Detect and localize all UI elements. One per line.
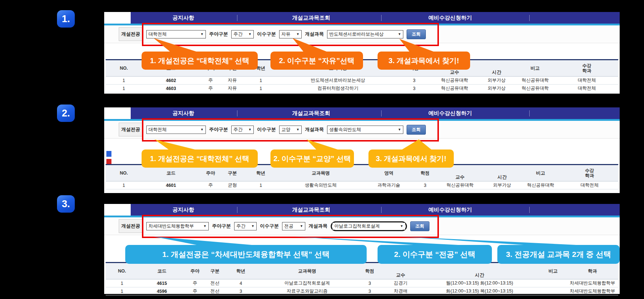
tab-notices[interactable]: 공지사항: [172, 204, 194, 216]
chevron-down-icon: ▼: [251, 224, 254, 228]
table-row: 1 4596 주 전선 3 자료구조와알고리즘 3 차경애 화(12:00~13…: [106, 287, 618, 295]
cell-type: 전선: [204, 287, 225, 295]
category-label: 이수구분: [257, 126, 276, 133]
cell-code[interactable]: 4596: [138, 287, 186, 295]
major-select[interactable]: 대학전체 ▼: [146, 30, 206, 38]
ui-fragment: [106, 159, 111, 164]
chevron-down-icon: ▼: [248, 128, 252, 131]
tab-course-search[interactable]: 개설교과목조회: [292, 204, 330, 216]
callout-step1-3: 3. 개설과목에서 찾기!: [378, 52, 470, 70]
course-label: 개설과목: [305, 126, 324, 133]
chevron-down-icon: ▼: [203, 224, 207, 228]
chevron-down-icon: ▼: [248, 32, 252, 36]
tab-course-search[interactable]: 개설교과목조회: [292, 12, 330, 24]
cell-type: 전선: [204, 279, 225, 287]
col-daynight: 주야: [186, 263, 204, 279]
category-select[interactable]: 자유 ▼: [279, 30, 302, 38]
filter-row: 개설전공 대학전체 ▼ 주야구분 주간 ▼ 이수구분 자유 ▼ 개설과목 반도체…: [104, 25, 620, 43]
search-button[interactable]: 조회: [407, 29, 426, 39]
tab-pre-registration[interactable]: 예비수강신청하기: [428, 12, 472, 24]
course-table: NO. 코드 주야 구분 학년 교과목명 학점 교수 시간 비고 학과 1 46…: [106, 262, 618, 295]
cell-professor: 혁신공유대학: [431, 85, 478, 93]
cell-time: 화(12:00~13:15) 목(12:00~13:15): [420, 287, 539, 295]
category-select-value: 교양: [281, 127, 290, 133]
tab-bar: 공지사항 개설교과목조회 예비수강신청하기: [131, 107, 620, 119]
course-select[interactable]: 반도체센서로바라보는세상 ▼: [327, 30, 403, 38]
cell-professor: 혁신공유대학: [436, 181, 484, 189]
callout-step2-1: 1. 개설전공은 “대학전체” 선택: [142, 150, 258, 168]
tab-notices[interactable]: 공지사항: [172, 107, 194, 119]
major-select[interactable]: 차세대반도체융합학부 ▼: [146, 222, 209, 230]
tab-pre-registration[interactable]: 예비수강신청하기: [428, 107, 472, 119]
cell-time: 외부가상: [484, 181, 520, 189]
course-select-highlight-oval: 아날로그집적회로설계 ▼: [331, 221, 407, 231]
major-select-value: 대학전체: [148, 127, 167, 133]
tab-bar: 공지사항 개설교과목조회 예비수강신청하기: [131, 12, 620, 24]
search-button[interactable]: 조회: [410, 221, 429, 231]
tab-course-search[interactable]: 개설교과목조회: [292, 107, 330, 119]
cell-credit: 3: [398, 77, 431, 85]
chevron-down-icon: ▼: [200, 128, 204, 131]
category-select[interactable]: 전공 ▼: [282, 222, 305, 230]
category-select[interactable]: 교양 ▼: [279, 126, 302, 134]
cell-course: 반도체센서로바라보는세상: [278, 77, 398, 85]
table-row: 1 4602 주 자유 1 반도체센서로바라보는세상 3 혁신공유대학 외부가상…: [106, 77, 618, 85]
col-no: NO.: [106, 165, 142, 181]
cell-professor: 차경애: [382, 287, 420, 295]
table-row: 1 4601 주 균형 1 생활속의반도체 과학과기술 3 혁신공유대학 외부가…: [106, 181, 618, 189]
cell-dept: 대학전체: [555, 85, 618, 93]
tab-notices[interactable]: 공지사항: [172, 12, 194, 24]
table-row: 1 4603 주 자유 1 컴퓨터처럼생각하기 3 혁신공유대학 외부가상 혁신…: [106, 85, 618, 93]
cell-course: 자료구조와알고리즘: [256, 287, 358, 295]
cell-daynight: 주: [200, 181, 221, 189]
cell-dept: 차세대반도체융합학부: [567, 287, 618, 295]
cell-type: 자유: [221, 85, 244, 93]
cell-course: 생활속의반도체: [278, 181, 363, 189]
cell-code[interactable]: 4602: [142, 77, 200, 85]
daynight-select[interactable]: 주간 ▼: [231, 30, 254, 38]
cell-no: 1: [106, 181, 142, 189]
cell-time: 월(12:00~13:15) 화(12:00~13:15): [420, 279, 539, 287]
col-time: 시간: [420, 263, 539, 279]
cell-dept: 대학전체: [555, 77, 618, 85]
major-select[interactable]: 대학전체 ▼: [146, 126, 206, 134]
callout-step2-2: 2. 이수구분 “교양” 선택: [270, 150, 354, 168]
daynight-select[interactable]: 주간 ▼: [234, 222, 257, 230]
cell-daynight: 주: [200, 77, 221, 85]
cell-code[interactable]: 4603: [142, 85, 200, 93]
cell-daynight: 주: [200, 85, 221, 93]
tab-separator: [529, 207, 530, 213]
tab-separator: [381, 207, 382, 213]
col-code: 코드: [138, 263, 186, 279]
cell-note: 혁신공유대학: [520, 181, 561, 189]
course-select-value: 반도체센서로바라보는세상: [329, 31, 384, 37]
tab-separator: [237, 15, 237, 21]
category-label: 이수구분: [260, 223, 279, 229]
cell-code[interactable]: 4615: [138, 279, 186, 287]
tab-pre-registration[interactable]: 예비수강신청하기: [428, 204, 472, 216]
major-select-value: 대학전체: [148, 31, 167, 37]
category-select-value: 자유: [281, 31, 290, 37]
cell-course: 컴퓨터처럼생각하기: [278, 85, 398, 93]
daynight-select[interactable]: 주간 ▼: [231, 126, 254, 134]
table-header-row: NO. 코드 주야 구분 학년 교과목명 학점 교수 시간 비고 학과: [106, 263, 618, 279]
search-button[interactable]: 조회: [407, 125, 426, 135]
course-select[interactable]: 아날로그집적회로설계 ▼: [333, 223, 405, 230]
tab-separator: [381, 110, 382, 116]
daynight-select-value: 주간: [233, 127, 242, 133]
cell-code[interactable]: 4601: [142, 181, 200, 189]
major-label: 개설전공: [119, 123, 143, 136]
col-dept: 학과: [567, 263, 618, 279]
cell-time: 외부가상: [478, 85, 515, 93]
callout-step1-1: 1. 개설전공은 “대학전체” 선택: [142, 52, 258, 70]
col-credit: 학점: [358, 263, 382, 279]
col-note: 비고: [520, 165, 561, 181]
category-label: 이수구분: [257, 31, 276, 37]
panel-step-2: 공지사항 개설교과목조회 예비수강신청하기 개설전공 대학전체 ▼ 주야구분 주…: [104, 107, 620, 193]
daynight-label: 주야구분: [209, 31, 228, 37]
col-note: 비고: [515, 60, 555, 77]
step-badge-1: 1.: [57, 10, 75, 28]
callout-step3-3: 3. 전공개설 교과목 2개 중 선택: [497, 245, 620, 264]
course-select[interactable]: 생활속의반도체 ▼: [327, 126, 403, 134]
major-select-value: 차세대반도체융합학부: [148, 223, 194, 229]
